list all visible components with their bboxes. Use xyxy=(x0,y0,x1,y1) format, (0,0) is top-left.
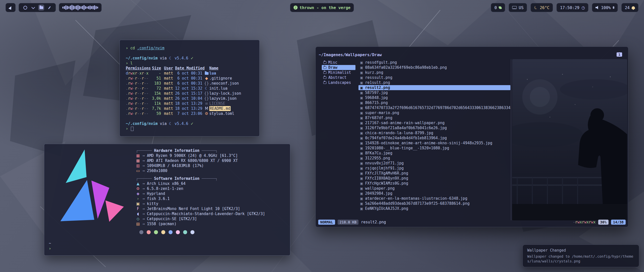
filetype-gear-icon: ⚙ xyxy=(204,111,209,116)
image-file-icon: ▣ xyxy=(360,172,363,175)
file-row[interactable]: ▣87r687df.png xyxy=(358,115,510,120)
file-row[interactable]: ▣596848.jpg xyxy=(358,95,510,100)
shell-input-line[interactable]: › xyxy=(126,126,253,131)
file-row[interactable]: ▣19201080-__blue-tinge__-1920×1080.jpg xyxy=(358,146,510,151)
filetype-git-icon: ◆ xyxy=(204,76,209,81)
workspace-button-chat[interactable] xyxy=(30,5,36,11)
perm-char: - xyxy=(137,91,139,96)
top-bar: ♪ thrown - on the verge 0 US ☾ 26°C 17:5… xyxy=(0,3,644,13)
clock-module[interactable]: 17:50:29 ◷ xyxy=(556,3,588,12)
terminal-window[interactable]: › cd .config/nvim ~/.config/nvim via ☾ v… xyxy=(119,40,260,137)
sidebar-folder-minimalist[interactable]: Minimalist xyxy=(322,70,355,75)
file-row[interactable]: ▣3126f7e9bbf21a8a4af0b67b041c6e26.jpg xyxy=(358,125,510,130)
fetch-prompt[interactable]: ~ › xyxy=(49,241,51,251)
file-row[interactable]: ▣kurz.png xyxy=(358,70,510,75)
file-row[interactable]: ▣0c794faf07de24a4db4d4fb1eb813964.jpg xyxy=(358,135,510,141)
file-row[interactable]: ▣FXfcJlTXgAMvH6R.png xyxy=(358,171,510,176)
file-row[interactable]: ▣resssult.png xyxy=(358,75,510,80)
file-row[interactable]: ▣wallpaper.png xyxy=(358,186,510,191)
weather-module[interactable]: ☾ 26°C xyxy=(531,3,553,12)
perm-char: r xyxy=(128,81,130,86)
sidebar-folder-abstract[interactable]: Abstract xyxy=(322,75,355,80)
file-row[interactable]: ▣154928-odinokoe_anime-art-anime-okno-si… xyxy=(358,141,510,146)
file-row[interactable]: ▣866715.png xyxy=(358,100,510,105)
file-row[interactable]: ▣nnvuv0xj2df71.jpg xyxy=(358,161,510,166)
image-file-icon: ▣ xyxy=(360,131,363,135)
file-name: kurz.png xyxy=(365,70,383,75)
perm-char: - xyxy=(144,76,146,81)
arrow-icon: → xyxy=(142,158,145,163)
volume-module[interactable]: 100% xyxy=(592,3,618,12)
file-row[interactable]: ▣ressdfgult.png xyxy=(358,60,510,65)
file-listing-row: .rw-r--r--51matt 6 oct 00:31◆.gitignore xyxy=(126,76,253,81)
sidebar-folder-misc[interactable]: Misc xyxy=(322,60,355,65)
file-row[interactable]: ▣5a266e448add93deab367d87173e9f25-683788… xyxy=(358,201,510,206)
tab-badge[interactable]: 1 xyxy=(617,52,622,57)
cpu-icon: ▦ xyxy=(136,153,140,158)
music-widget[interactable]: ♪ thrown - on the verge xyxy=(290,3,354,12)
image-file-icon: ▣ xyxy=(360,156,363,160)
file-name: 3122955.png xyxy=(365,156,390,160)
file-listing-row: .rw-r--r--183matt 6 oct 00:31{}.neoconf.… xyxy=(126,81,253,86)
perm-char: - xyxy=(139,76,142,81)
file-size: 11k xyxy=(150,101,161,106)
file-row[interactable]: ▣rsjqojlmjhf91.jpg xyxy=(358,166,510,171)
file-row[interactable]: ▣217167-sad-anime-rain-wallpaper.png xyxy=(358,120,510,125)
launcher-button[interactable] xyxy=(6,3,16,12)
listing-header-row: Permissions Size User Date Modified Name xyxy=(126,66,253,71)
folder-icon xyxy=(39,6,43,9)
fetch-info-text: JetBrainsMono Nerd Font Light 10 [GTK2/3… xyxy=(147,206,240,211)
sidebar-folder-draw[interactable]: Draw xyxy=(322,65,355,70)
file-manager-window[interactable]: ~/Imagenes/Wallpapers/Draw 1 MiscDrawMin… xyxy=(315,47,628,227)
cursor-icon xyxy=(9,5,13,10)
file-date: 18 oct 13:29 xyxy=(175,101,203,106)
file-row[interactable]: ▣587597.jpg xyxy=(358,90,510,95)
workspace-button-files[interactable] xyxy=(38,5,44,11)
file-row[interactable]: ▣re1sult.png xyxy=(358,80,510,85)
folder-icon xyxy=(323,82,327,84)
file-row[interactable]: ▣FXfcHgcWIAMzs0G.png xyxy=(358,181,510,186)
file-name: 596848.jpg xyxy=(365,95,388,100)
file-row[interactable]: ▣super-mario.png xyxy=(358,110,510,115)
file-row[interactable]: ▣08a634fa02a32364f69ebc86a98eb1eb.png xyxy=(358,65,510,70)
file-name: .gitignore xyxy=(209,76,232,81)
perm-char: d xyxy=(126,71,128,76)
file-row[interactable]: ▣chica-mirando-la-luna-8799.jpg xyxy=(358,130,510,135)
keyboard-layout-module[interactable]: US xyxy=(509,3,527,12)
notification-popup[interactable]: Wallpaper Changed Wallpaper changed to /… xyxy=(522,245,639,267)
file-row[interactable]: ▣EeNKYgIUcAAJ5JX.png xyxy=(358,206,510,211)
tray-module[interactable]: 0 xyxy=(491,3,505,12)
file-date: 6 oct 00:31 xyxy=(175,81,203,86)
file-name: chica-mirando-la-luna-8799.jpg xyxy=(365,131,433,135)
workspace-button-edit[interactable] xyxy=(46,5,52,11)
viz-bar xyxy=(84,5,85,10)
perm-char: - xyxy=(139,111,142,116)
viz-bar xyxy=(91,6,92,9)
file-row[interactable]: ▣8FKa7Cu.jpeg xyxy=(358,151,510,156)
notifications-module[interactable]: 24 xyxy=(621,3,638,12)
terminal-color-palette xyxy=(139,230,265,234)
shell-icon: › xyxy=(136,196,140,201)
perm-char: - xyxy=(139,96,142,101)
file-row[interactable]: ▣atardecer-en-la-montanas-ilustracion-63… xyxy=(358,196,510,201)
palette-dot xyxy=(161,230,165,234)
file-name: wallpaper.png xyxy=(365,186,394,191)
perm-char: . xyxy=(126,76,128,81)
workspace-button-browser[interactable] xyxy=(22,5,28,11)
status-permissions: -rwxrwxrwx xyxy=(573,220,595,224)
perm-char: - xyxy=(146,91,148,96)
file-row[interactable]: ▣FXfcII0X0AQyn9X.png xyxy=(358,176,510,181)
file-row[interactable]: ▣20492984.jpg xyxy=(358,191,510,196)
file-owner: matt xyxy=(164,96,174,101)
file-date: 26 oct 15:17 xyxy=(175,91,203,96)
file-row[interactable]: ▣3122955.png xyxy=(358,156,510,161)
fetch-terminal-window[interactable]: ┌────── Hardware Information ──────┐ ▦→A… xyxy=(44,144,290,256)
file-name: 87r687df.png xyxy=(365,116,392,120)
viz-bar xyxy=(76,6,77,10)
file-name: lua xyxy=(209,71,216,76)
file-row[interactable]: ▣68747470733a2f2f696d616765732d7769786d7… xyxy=(358,105,510,110)
file-row[interactable]: ▣result2.png xyxy=(358,85,510,90)
sidebar-folder-landscapes[interactable]: Landscapes xyxy=(322,80,355,85)
audio-visualizer-module[interactable] xyxy=(59,3,102,12)
prompt-path: ~/.config/nvim xyxy=(126,121,157,126)
